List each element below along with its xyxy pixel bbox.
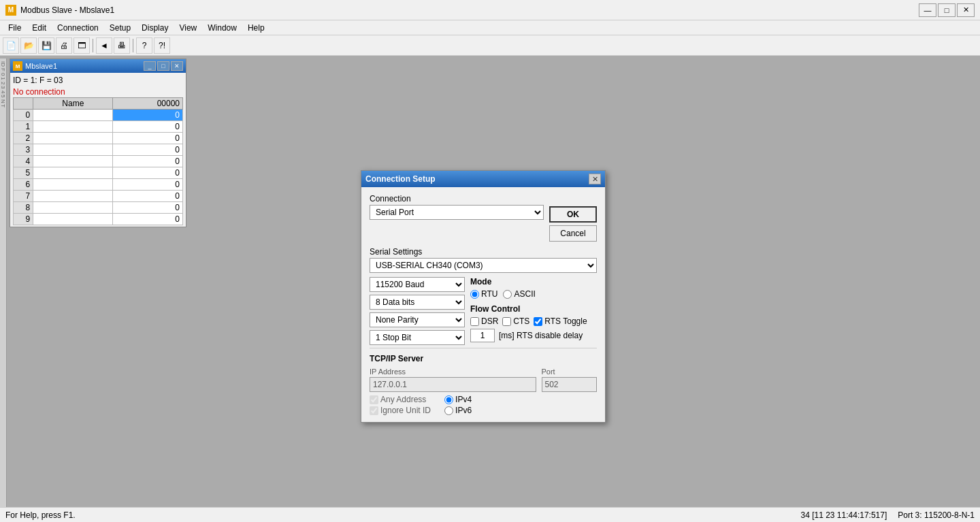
menu-connection[interactable]: Connection [52, 22, 104, 34]
rts-delay-input[interactable] [470, 329, 495, 342]
table-row: 50 [14, 167, 183, 179]
mode-ascii-radio[interactable] [503, 290, 512, 299]
strip-3: 3 [0, 86, 6, 88]
status-coords: 34 [11 23 11:44:17:517] [800, 510, 887, 520]
child-close-btn[interactable]: ✕ [171, 61, 183, 71]
strip-1: 1 [0, 77, 6, 80]
menu-help[interactable]: Help [242, 22, 270, 34]
menu-setup[interactable]: Setup [104, 22, 136, 34]
toolbar-print2[interactable]: 🖶 [114, 37, 130, 54]
row-name [33, 214, 113, 225]
row-name [33, 167, 113, 179]
any-address-label[interactable]: Any Address [370, 395, 431, 404]
ok-button[interactable]: OK [549, 206, 597, 223]
table-row: 30 [14, 144, 183, 156]
mdi-container: ID F 0 1 2 3 4 5 N T M Mbslave1 _ □ ✕ ID… [0, 56, 980, 507]
row-value: 0 [113, 133, 183, 144]
row-number: 0 [14, 110, 33, 121]
row-value: 0 [113, 144, 183, 156]
status-help-text: For Help, press F1. [5, 510, 76, 520]
connection-label: Connection [370, 194, 544, 203]
toolbar-save[interactable]: 💾 [38, 37, 54, 54]
ignore-unit-id-checkbox[interactable] [370, 406, 378, 415]
maximize-button[interactable]: □ [938, 3, 956, 17]
row-value: 0 [113, 167, 183, 179]
title-bar: M Modbus Slave - Mbslave1 — □ ✕ [0, 0, 980, 20]
strip-n: N [0, 99, 6, 103]
any-address-checkbox[interactable] [370, 395, 378, 404]
connection-select[interactable]: Serial PortTCP/IPUDP/IP [370, 205, 544, 220]
ip-input[interactable] [370, 377, 536, 392]
table-row: 70 [14, 191, 183, 202]
cts-label[interactable]: CTS [502, 316, 529, 326]
cts-checkbox[interactable] [502, 317, 511, 326]
table-row: 20 [14, 133, 183, 144]
toolbar-help[interactable]: ? [136, 37, 152, 54]
strip-2: 2 [0, 82, 6, 84]
table-row: 80 [14, 202, 183, 214]
row-name [33, 121, 113, 133]
toolbar-open[interactable]: 📂 [20, 37, 37, 54]
minimize-button[interactable]: — [919, 3, 936, 17]
menu-display[interactable]: Display [136, 22, 174, 34]
mode-rtu-label[interactable]: RTU [470, 289, 497, 299]
row-value: 0 [113, 214, 183, 225]
status-bar: For Help, press F1. 34 [11 23 11:44:17:5… [0, 507, 980, 522]
toolbar: 📄 📂 💾 🖨 🗖 ◄ 🖶 ? ?! [0, 35, 980, 56]
ipv6-radio[interactable] [444, 406, 453, 415]
ipv6-label[interactable]: IPv6 [444, 406, 472, 415]
baud-select[interactable]: 115200 Baud9600 Baud19200 Baud38400 Baud… [370, 277, 465, 292]
menu-view[interactable]: View [174, 22, 202, 34]
rts-toggle-label[interactable]: RTS Toggle [534, 316, 587, 326]
menu-window[interactable]: Window [202, 22, 242, 34]
child-restore-btn[interactable]: □ [157, 61, 169, 71]
child-minimize-btn[interactable]: _ [144, 61, 156, 71]
rts-toggle-checkbox[interactable] [534, 317, 542, 326]
dsr-checkbox[interactable] [470, 317, 479, 326]
left-strip: ID F 0 1 2 3 4 5 N T [0, 59, 7, 507]
port-input[interactable] [542, 377, 598, 392]
child-window: M Mbslave1 _ □ ✕ ID = 1: F = 03 No conne… [10, 59, 186, 227]
dialog-body: Connection Serial PortTCP/IPUDP/IP OK Ca… [361, 187, 605, 422]
row-name [33, 191, 113, 202]
toolbar-sep1 [93, 39, 93, 52]
row-number: 6 [14, 179, 33, 191]
ipv4-label[interactable]: IPv4 [444, 395, 472, 404]
status-port-info: Port 3: 115200-8-N-1 [898, 510, 975, 520]
toolbar-new[interactable]: 📄 [3, 37, 19, 54]
toolbar-preview[interactable]: 🗖 [74, 37, 90, 54]
menu-edit[interactable]: Edit [27, 22, 52, 34]
stop-bit-select[interactable]: 1 Stop Bit2 Stop Bits [370, 330, 465, 345]
row-value: 0 [113, 202, 183, 214]
app-title: Modbus Slave - Mbslave1 [20, 5, 114, 15]
strip-t: T [0, 104, 6, 108]
mode-label: Mode [470, 277, 597, 287]
data-bits-select[interactable]: 8 Data bits7 Data bits6 Data bits5 Data … [370, 295, 465, 310]
ipv4-radio[interactable] [444, 395, 453, 404]
strip-id: ID [0, 61, 6, 67]
col-name: Name [33, 98, 113, 110]
connection-status: No connection [13, 86, 183, 97]
dialog-title: Connection Setup [365, 174, 436, 184]
row-number: 4 [14, 156, 33, 167]
serial-port-select[interactable]: USB-SERIAL CH340 (COM3)COM1COM2 [370, 258, 597, 273]
row-number: 3 [14, 144, 33, 156]
app-icon: M [5, 5, 16, 16]
dsr-label[interactable]: DSR [470, 316, 498, 326]
row-value: 0 [113, 156, 183, 167]
mode-ascii-label[interactable]: ASCII [503, 289, 535, 299]
menu-file[interactable]: File [3, 22, 27, 34]
mode-rtu-radio[interactable] [470, 290, 479, 299]
port-label: Port [542, 368, 598, 376]
dialog-close-button[interactable]: ✕ [589, 174, 601, 184]
table-row: 00 [14, 110, 183, 121]
toolbar-about[interactable]: ?! [154, 37, 170, 54]
row-name [33, 110, 113, 121]
toolbar-arrow-left[interactable]: ◄ [96, 37, 112, 54]
parity-select[interactable]: None ParityEven ParityOdd Parity [370, 312, 465, 327]
tcpip-section: TCP/IP Server IP Address Port [370, 348, 597, 415]
toolbar-print[interactable]: 🖨 [56, 37, 72, 54]
close-button[interactable]: ✕ [957, 3, 975, 17]
cancel-button[interactable]: Cancel [549, 225, 597, 242]
ignore-unit-id-label[interactable]: Ignore Unit ID [370, 406, 431, 415]
